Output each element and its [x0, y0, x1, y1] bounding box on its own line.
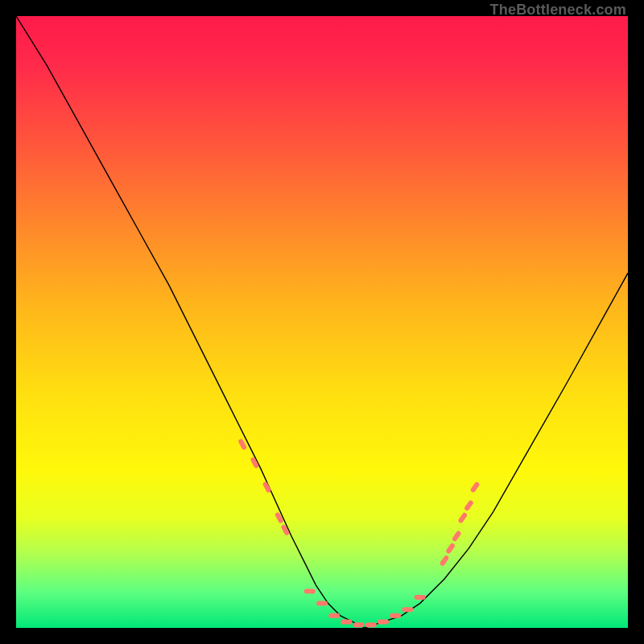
plot-gradient-area — [16, 16, 628, 628]
source-attribution: TheBottleneck.com — [490, 2, 626, 19]
chart-frame: TheBottleneck.com — [0, 0, 644, 644]
